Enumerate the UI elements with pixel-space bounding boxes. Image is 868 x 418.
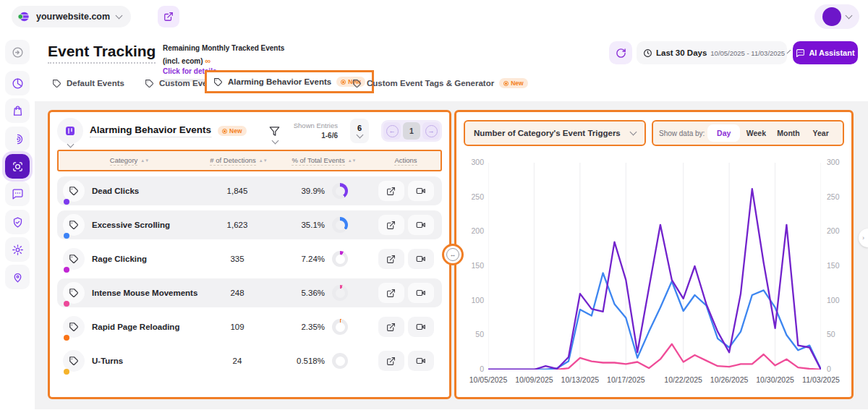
percent-value: 0.518%	[297, 357, 325, 365]
panel-resize-handle[interactable]: ↔	[442, 244, 464, 265]
category-color-dot	[64, 199, 69, 205]
quota-label: Remaining Monthly Tracked Events (incl. …	[163, 44, 284, 65]
category-tag-icon	[63, 248, 85, 270]
actions-cell	[370, 249, 442, 269]
sidebar	[0, 33, 35, 418]
page-size-selector[interactable]: 6	[350, 119, 369, 143]
tag-icon	[52, 79, 61, 88]
table-panel-title: Alarming Behavior Events	[90, 124, 211, 137]
badge-dot-icon	[341, 80, 346, 85]
detections-value: 1,623	[199, 221, 276, 229]
period-option-month[interactable]: Month	[773, 124, 805, 142]
period-toggle-group: Show data by: Day Week Month Year	[652, 120, 844, 146]
actions-cell	[370, 215, 442, 235]
sidebar-item-analytics[interactable]	[5, 71, 30, 95]
user-menu[interactable]	[814, 4, 859, 29]
column-header-detections[interactable]: # of Detections▲▼	[200, 156, 277, 166]
sidebar-item-feedback[interactable]	[5, 182, 30, 206]
arrow-left-icon: ←	[386, 125, 399, 137]
x-tick-label: 11/03/2025	[802, 375, 840, 384]
open-events-button[interactable]	[378, 351, 404, 371]
prev-page-button[interactable]: ←	[383, 122, 401, 140]
category-cell: Excessive Scrolling	[57, 214, 199, 236]
view-recordings-button[interactable]	[408, 351, 434, 371]
open-events-button[interactable]	[378, 249, 404, 269]
y-tick-label: 0	[459, 364, 484, 373]
open-events-button[interactable]	[378, 317, 404, 337]
video-camera-icon	[416, 288, 426, 298]
chat-icon	[796, 48, 805, 58]
open-events-button[interactable]	[378, 215, 404, 235]
resize-arrows-icon: ↔	[446, 248, 459, 261]
date-range-picker[interactable]: Last 30 Days 10/05/2025 - 11/03/2025	[637, 41, 787, 64]
y-tick-label: 250	[459, 192, 484, 201]
sidebar-item-settings[interactable]	[5, 237, 30, 262]
target-scan-icon	[12, 161, 24, 173]
site-logo-icon	[17, 10, 30, 23]
tab-custom-event-tags-generator[interactable]: Custom Event Tags & Generator New	[352, 75, 528, 91]
open-events-button[interactable]	[378, 283, 404, 303]
view-recordings-button[interactable]	[408, 249, 434, 269]
tab-default-events[interactable]: Default Events	[52, 75, 124, 91]
badge-dot-icon	[222, 129, 227, 134]
tab-label: Default Events	[67, 79, 124, 88]
map-pin-icon	[12, 271, 24, 283]
site-name: yourwebsite.com	[36, 12, 110, 22]
y-tick-label: 200	[827, 226, 853, 235]
refresh-icon	[616, 48, 626, 59]
site-selector[interactable]: yourwebsite.com	[12, 6, 131, 27]
tab-label: Custom Event Tags & Generator	[367, 79, 494, 88]
period-option-day[interactable]: Day	[707, 124, 740, 142]
x-tick-label: 10/30/2025	[756, 375, 794, 384]
filter-button[interactable]	[267, 120, 283, 142]
period-option-week[interactable]: Week	[740, 124, 773, 142]
external-link-icon	[386, 289, 396, 298]
shown-entries: Shown Entries 1-6/6	[294, 121, 338, 140]
y-tick-label: 100	[827, 296, 853, 304]
view-recordings-button[interactable]	[408, 283, 434, 303]
video-camera-icon	[416, 356, 426, 366]
column-header-percent[interactable]: % of Total Events▲▼	[277, 156, 371, 166]
detections-value: 24	[199, 357, 276, 365]
view-recordings-button[interactable]	[408, 215, 434, 235]
sidebar-item-visitor-location[interactable]	[5, 265, 30, 289]
ai-assistant-button[interactable]: AI Assistant	[793, 41, 858, 64]
sidebar-item-heatmaps[interactable]	[5, 127, 30, 151]
column-header-actions: Actions	[371, 156, 441, 166]
sidebar-item-ecommerce[interactable]	[5, 98, 30, 123]
x-tick-label: 10/13/2025	[561, 375, 600, 384]
sort-icon: ▲▼	[140, 159, 149, 163]
tab-alarming-behavior-events[interactable]: Alarming Behavior Events New	[205, 70, 374, 93]
sidebar-item-event-tracking[interactable]	[5, 154, 30, 179]
view-recordings-button[interactable]	[408, 317, 434, 337]
sidebar-item-panel-toggle[interactable]	[5, 40, 30, 64]
view-recordings-button[interactable]	[408, 181, 434, 201]
external-link-icon	[386, 187, 396, 196]
panel-toggle-icon	[12, 46, 24, 59]
external-link-icon	[386, 221, 396, 230]
sort-icon: ▲▼	[348, 159, 357, 163]
main-content: Event Tracking Remaining Monthly Tracked…	[35, 33, 868, 418]
period-option-year[interactable]: Year	[804, 124, 837, 142]
external-link-icon	[386, 255, 396, 264]
y-tick-label: 150	[459, 261, 484, 270]
column-header-category[interactable]: Category▲▼	[59, 156, 200, 166]
actions-cell	[370, 283, 442, 303]
chart-line-dead-clicks	[488, 189, 821, 370]
metric-dropdown[interactable]: Number of Category's Event Triggers	[464, 120, 646, 146]
video-camera-icon	[416, 220, 426, 230]
sidebar-item-privacy[interactable]	[5, 210, 30, 234]
category-cell: Rapid Page Reloading	[57, 316, 199, 338]
y-tick-label: 300	[459, 158, 484, 166]
avatar	[822, 7, 841, 26]
category-tag-icon	[63, 282, 85, 304]
open-events-button[interactable]	[378, 181, 404, 201]
panel-view-switcher[interactable]	[57, 118, 83, 144]
refresh-button[interactable]	[609, 41, 632, 64]
open-site-button[interactable]	[158, 6, 179, 27]
y-tick-label: 200	[459, 226, 484, 235]
next-page-button[interactable]: →	[422, 122, 440, 140]
tab-label: Alarming Behavior Events	[228, 77, 331, 86]
shopping-bag-icon	[12, 105, 24, 117]
show-data-by-label: Show data by:	[659, 129, 705, 137]
